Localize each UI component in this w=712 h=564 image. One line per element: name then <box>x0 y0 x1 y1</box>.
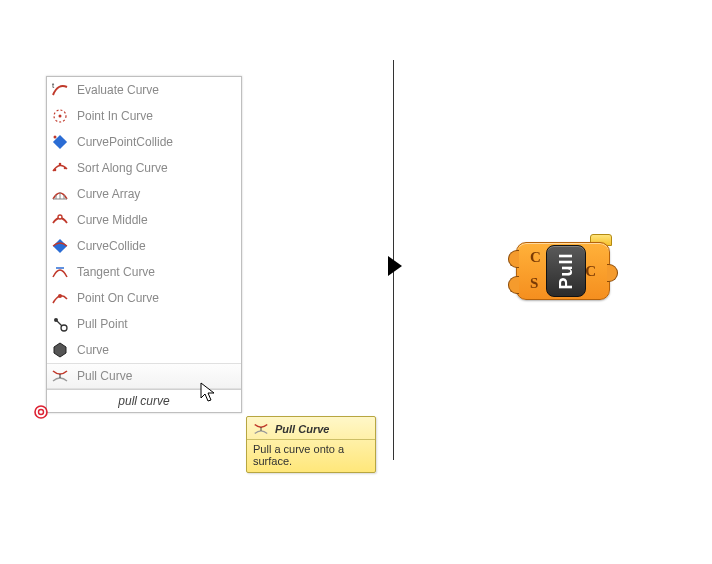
component-tooltip: Pull Curve Pull a curve onto a surface. <box>246 416 376 473</box>
output-port-c[interactable] <box>607 264 618 282</box>
point-in-curve-icon <box>51 107 69 125</box>
svg-point-11 <box>58 294 62 298</box>
search-row <box>47 389 241 412</box>
input-port-s[interactable] <box>508 276 519 294</box>
svg-point-4 <box>54 136 57 139</box>
evaluate-curve-icon: t <box>51 81 69 99</box>
tooltip-title: Pull Curve <box>275 423 329 435</box>
curve-middle-icon <box>51 211 69 229</box>
arrow-right-icon <box>388 256 402 276</box>
input-label-c: C <box>530 250 541 265</box>
component-search-input[interactable] <box>51 393 237 409</box>
suggestion-list: t Evaluate Curve Point In Curve CurvePoi… <box>47 77 241 389</box>
output-label-c: C <box>585 264 596 279</box>
svg-line-14 <box>57 321 62 326</box>
component-core: Pull <box>546 245 586 297</box>
sort-along-curve-icon <box>51 159 69 177</box>
curve-point-collide-icon <box>51 133 69 151</box>
suggestion-pull-point[interactable]: Pull Point <box>47 311 241 337</box>
suggestion-label: Curve Middle <box>77 213 148 227</box>
svg-rect-9 <box>53 239 67 253</box>
suggestion-curve-middle[interactable]: Curve Middle <box>47 207 241 233</box>
input-label-s: S <box>530 276 538 291</box>
svg-point-7 <box>64 167 67 170</box>
svg-point-18 <box>39 410 44 415</box>
suggestion-pull-curve[interactable]: Pull Curve <box>47 363 241 389</box>
pull-curve-component[interactable]: C S C Pull <box>508 236 618 302</box>
svg-point-2 <box>59 115 62 118</box>
svg-point-6 <box>59 163 62 166</box>
pull-curve-icon <box>253 421 269 437</box>
input-port-c[interactable] <box>508 250 519 268</box>
suggestion-curve-point-collide[interactable]: CurvePointCollide <box>47 129 241 155</box>
curve-collide-icon <box>51 237 69 255</box>
svg-text:t: t <box>52 81 55 90</box>
suggestion-curve-array[interactable]: Curve Array <box>47 181 241 207</box>
suggestion-label: Evaluate Curve <box>77 83 159 97</box>
pull-point-icon <box>51 315 69 333</box>
tangent-curve-icon <box>51 263 69 281</box>
component-search-panel: t Evaluate Curve Point In Curve CurvePoi… <box>46 76 242 413</box>
suggestion-point-on-curve[interactable]: Point On Curve <box>47 285 241 311</box>
curve-icon <box>51 341 69 359</box>
suggestion-label: Pull Point <box>77 317 128 331</box>
suggestion-label: Point On Curve <box>77 291 159 305</box>
curve-array-icon <box>51 185 69 203</box>
svg-point-5 <box>54 169 57 172</box>
tooltip-title-row: Pull Curve <box>247 417 375 440</box>
suggestion-curve-collide[interactable]: CurveCollide <box>47 233 241 259</box>
point-on-curve-icon <box>51 289 69 307</box>
suggestion-label: Sort Along Curve <box>77 161 168 175</box>
suggestion-label: Tangent Curve <box>77 265 155 279</box>
pull-curve-icon <box>51 367 69 385</box>
suggestion-label: Point In Curve <box>77 109 153 123</box>
suggestion-evaluate-curve[interactable]: t Evaluate Curve <box>47 77 241 103</box>
suggestion-label: Curve Array <box>77 187 140 201</box>
suggestion-point-in-curve[interactable]: Point In Curve <box>47 103 241 129</box>
suggestion-tangent-curve[interactable]: Tangent Curve <box>47 259 241 285</box>
component-name: Pull <box>557 252 575 289</box>
tooltip-description: Pull a curve onto a surface. <box>247 440 375 472</box>
suggestion-label: Pull Curve <box>77 369 132 383</box>
suggestion-label: CurveCollide <box>77 239 146 253</box>
suggestion-curve[interactable]: Curve <box>47 337 241 363</box>
suggestion-label: CurvePointCollide <box>77 135 173 149</box>
svg-point-8 <box>58 215 62 219</box>
svg-marker-15 <box>54 343 66 357</box>
suggestion-label: Curve <box>77 343 109 357</box>
suggestion-sort-along-curve[interactable]: Sort Along Curve <box>47 155 241 181</box>
